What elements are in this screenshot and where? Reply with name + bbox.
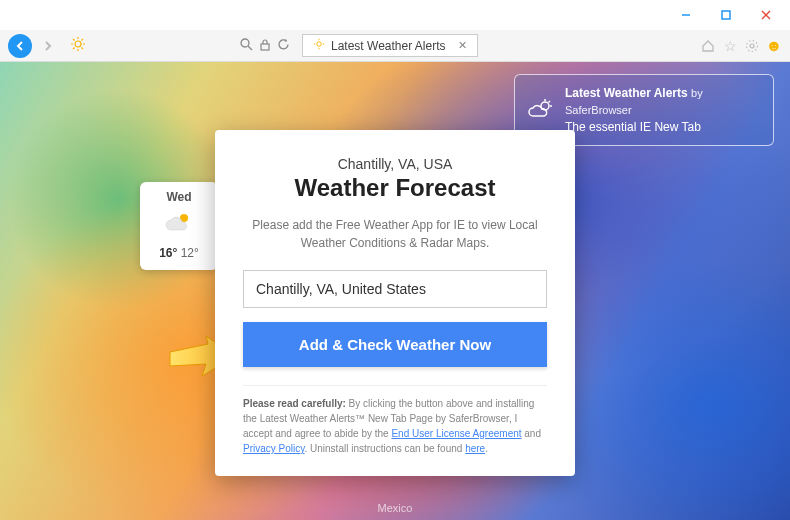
back-button[interactable] bbox=[8, 34, 32, 58]
tab-favicon-icon bbox=[313, 38, 325, 53]
banner-subtitle: The essential IE New Tab bbox=[565, 119, 761, 136]
maximize-button[interactable] bbox=[706, 1, 746, 29]
svg-line-11 bbox=[73, 47, 75, 49]
divider bbox=[243, 385, 547, 386]
svg-rect-1 bbox=[722, 11, 730, 19]
forward-button[interactable] bbox=[36, 34, 60, 58]
svg-rect-15 bbox=[261, 44, 269, 50]
browser-toolbar: Latest Weather Alerts ✕ ☆ ☻ bbox=[0, 30, 790, 62]
page-favicon-icon bbox=[70, 36, 86, 56]
svg-line-12 bbox=[82, 39, 84, 41]
home-icon[interactable] bbox=[700, 38, 716, 54]
sun-cloud-icon bbox=[527, 96, 555, 124]
svg-line-26 bbox=[549, 101, 551, 103]
card-heading: Weather Forecast bbox=[243, 174, 547, 202]
privacy-link[interactable]: Privacy Policy bbox=[243, 443, 305, 454]
card-location: Chantilly, VA, USA bbox=[243, 156, 547, 172]
svg-point-13 bbox=[241, 39, 249, 47]
close-button[interactable] bbox=[746, 1, 786, 29]
settings-icon[interactable] bbox=[744, 38, 760, 54]
legal-lead: Please read carefully: bbox=[243, 398, 346, 409]
browser-tab[interactable]: Latest Weather Alerts ✕ bbox=[302, 34, 478, 57]
tab-close-icon[interactable]: ✕ bbox=[458, 39, 467, 52]
svg-point-21 bbox=[750, 44, 754, 48]
forecast-day-label: Wed bbox=[146, 190, 212, 204]
svg-point-16 bbox=[317, 42, 322, 47]
location-input[interactable] bbox=[243, 270, 547, 308]
tab-title: Latest Weather Alerts bbox=[331, 39, 446, 53]
add-check-weather-button[interactable]: Add & Check Weather Now bbox=[243, 322, 547, 367]
partly-cloudy-icon bbox=[146, 210, 212, 240]
forecast-day-tile: Wed 16° 12° bbox=[140, 182, 218, 270]
legal-text: Please read carefully: By clicking the b… bbox=[243, 396, 547, 456]
uninstall-link[interactable]: here bbox=[465, 443, 485, 454]
forecast-temps: 16° 12° bbox=[146, 246, 212, 260]
forecast-card: Chantilly, VA, USA Weather Forecast Plea… bbox=[215, 130, 575, 476]
lock-icon bbox=[259, 37, 271, 55]
favorites-icon[interactable]: ☆ bbox=[722, 38, 738, 54]
refresh-icon[interactable] bbox=[277, 37, 290, 55]
toolbar-actions bbox=[240, 37, 290, 55]
svg-line-9 bbox=[73, 39, 75, 41]
feedback-icon[interactable]: ☻ bbox=[766, 38, 782, 54]
search-icon[interactable] bbox=[240, 37, 253, 55]
svg-line-14 bbox=[248, 46, 252, 50]
card-blurb: Please add the Free Weather App for IE t… bbox=[243, 216, 547, 252]
eula-link[interactable]: End User License Agreement bbox=[391, 428, 521, 439]
banner-title: Latest Weather Alerts bbox=[565, 86, 688, 100]
page-viewport: Mexico Latest Weather Alerts by SaferBro… bbox=[0, 62, 790, 520]
svg-point-22 bbox=[747, 40, 758, 51]
svg-point-4 bbox=[75, 41, 81, 47]
window-titlebar bbox=[0, 0, 790, 30]
minimize-button[interactable] bbox=[666, 1, 706, 29]
svg-line-10 bbox=[82, 47, 84, 49]
map-label-mexico: Mexico bbox=[378, 502, 413, 514]
